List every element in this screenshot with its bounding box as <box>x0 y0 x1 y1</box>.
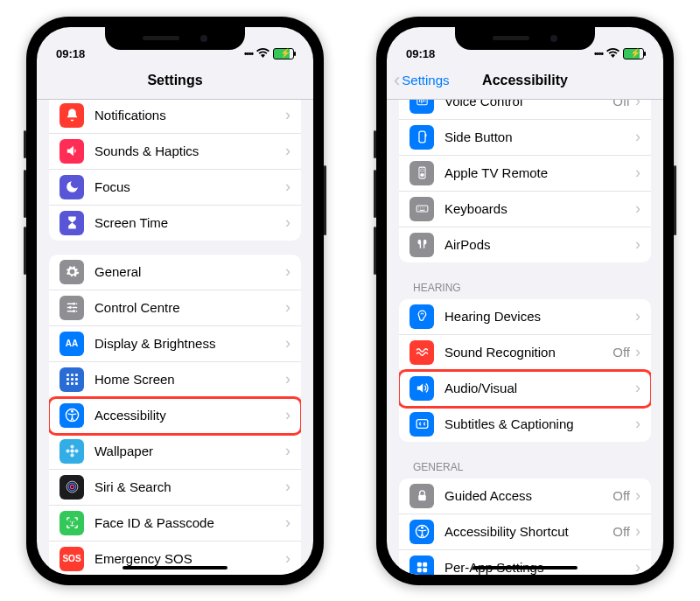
row-label: Focus <box>94 179 285 194</box>
settings-row-audio-visual[interactable]: Audio/Visual› <box>399 371 651 407</box>
settings-row-side-button[interactable]: Side Button› <box>399 120 651 156</box>
settings-row-airpods[interactable]: AirPods› <box>399 227 651 262</box>
perapp-icon <box>410 556 434 575</box>
aa-icon: AA <box>60 332 84 356</box>
svg-rect-5 <box>75 374 78 376</box>
wave-icon <box>410 340 434 365</box>
row-label: Siri & Search <box>94 479 285 494</box>
chevron-right-icon: › <box>285 549 290 568</box>
chevron-right-icon: › <box>635 128 640 146</box>
svg-rect-9 <box>66 382 69 385</box>
settings-row-per-app-settings[interactable]: Per-App Settings› <box>399 550 651 575</box>
settings-row-sounds-haptics[interactable]: Sounds & Haptics› <box>49 134 301 170</box>
chevron-right-icon: › <box>635 307 640 325</box>
phone-right: 09:18 •••• ⚡ ‹ Settings Accessibility Vo… <box>376 17 674 585</box>
row-label: Hearing Devices <box>444 309 635 324</box>
chevron-right-icon: › <box>635 199 640 218</box>
chevron-right-icon: › <box>285 406 290 424</box>
settings-row-emergency-sos[interactable]: SOSEmergency SOS› <box>49 542 301 575</box>
chevron-right-icon: › <box>635 415 640 433</box>
svg-rect-10 <box>71 382 74 385</box>
settings-row-keyboards[interactable]: Keyboards› <box>399 192 651 227</box>
nav-bar: Settings <box>37 62 313 100</box>
bell-icon <box>60 103 84 128</box>
row-label: Side Button <box>444 129 635 144</box>
svg-rect-28 <box>416 100 426 105</box>
settings-row-hearing-devices[interactable]: Hearing Devices› <box>399 299 651 335</box>
lock-icon <box>410 484 434 508</box>
chevron-right-icon: › <box>635 486 640 505</box>
settings-row-siri-search[interactable]: Siri & Search› <box>49 470 301 506</box>
row-label: Wallpaper <box>94 444 285 458</box>
settings-row-focus[interactable]: Focus› <box>49 170 301 206</box>
svg-rect-40 <box>423 563 427 567</box>
svg-point-15 <box>70 444 74 448</box>
wifi-icon <box>606 47 620 60</box>
chevron-right-icon: › <box>285 370 290 388</box>
speaker-icon <box>60 139 84 164</box>
chevron-right-icon: › <box>285 106 290 124</box>
settings-row-apple-tv-remote[interactable]: Apple TV Remote› <box>399 156 651 192</box>
svg-rect-36 <box>418 495 426 500</box>
chevron-right-icon: › <box>285 142 290 160</box>
row-label: Display & Brightness <box>94 336 285 351</box>
accessibility-list[interactable]: Voice ControlOff›Side Button›Apple TV Re… <box>387 100 663 575</box>
settings-row-notifications[interactable]: Notifications› <box>49 100 301 134</box>
section-header-general: General <box>387 456 663 479</box>
chevron-right-icon: › <box>285 262 290 281</box>
status-time: 09:18 <box>406 47 435 60</box>
svg-rect-42 <box>423 568 427 572</box>
svg-rect-30 <box>425 134 426 137</box>
home-indicator[interactable] <box>122 566 228 570</box>
settings-row-sound-recognition[interactable]: Sound RecognitionOff› <box>399 335 651 371</box>
settings-list[interactable]: Notifications›Sounds & Haptics›Focus›Scr… <box>37 100 313 575</box>
settings-row-voice-control[interactable]: Voice ControlOff› <box>399 100 651 120</box>
svg-rect-33 <box>420 173 424 177</box>
row-label: Sounds & Haptics <box>94 143 285 158</box>
settings-row-accessibility[interactable]: Accessibility› <box>49 398 301 434</box>
row-label: Voice Control <box>444 100 612 109</box>
tv-icon <box>410 161 434 185</box>
notch <box>105 27 245 50</box>
grid-icon <box>60 367 84 392</box>
sos-icon: SOS <box>60 547 84 571</box>
page-title: Settings <box>147 73 202 88</box>
row-value: Off <box>612 488 630 503</box>
settings-row-subtitles-captioning[interactable]: Subtitles & Captioning› <box>399 407 651 442</box>
settings-row-face-id-passcode[interactable]: Face ID & Passcode› <box>49 506 301 542</box>
svg-point-21 <box>70 485 74 488</box>
settings-row-display-brightness[interactable]: AADisplay & Brightness› <box>49 326 301 362</box>
svg-point-16 <box>70 453 74 457</box>
row-label: Keyboards <box>444 201 635 216</box>
settings-row-wallpaper[interactable]: Wallpaper› <box>49 434 301 470</box>
settings-row-home-screen[interactable]: Home Screen› <box>49 362 301 398</box>
row-label: AirPods <box>444 237 635 252</box>
settings-row-screen-time[interactable]: Screen Time› <box>49 206 301 241</box>
chevron-right-icon: › <box>285 478 290 496</box>
settings-row-control-centre[interactable]: Control Centre› <box>49 290 301 326</box>
chevron-right-icon: › <box>635 522 640 541</box>
svg-rect-11 <box>75 382 78 385</box>
row-value: Off <box>612 100 630 109</box>
home-indicator[interactable] <box>472 566 578 570</box>
sidebtn-icon <box>410 125 434 150</box>
siri-icon <box>60 475 84 500</box>
status-time: 09:18 <box>56 47 85 60</box>
settings-row-general[interactable]: General› <box>49 255 301 290</box>
settings-row-accessibility-shortcut[interactable]: Accessibility ShortcutOff› <box>399 514 651 550</box>
back-label: Settings <box>402 73 449 87</box>
back-button[interactable]: ‹ Settings <box>394 73 450 87</box>
chevron-right-icon: › <box>635 343 640 361</box>
airpods-icon <box>410 233 434 257</box>
faceid-icon <box>60 511 84 535</box>
wifi-icon <box>256 47 270 60</box>
chevron-right-icon: › <box>285 442 290 460</box>
flower-icon <box>60 439 84 464</box>
phone-left: 09:18 •••• ⚡ Settings Notifications›Soun… <box>26 17 324 585</box>
row-label: Accessibility <box>94 408 285 423</box>
switches-icon <box>60 296 84 320</box>
chevron-right-icon: › <box>285 298 290 317</box>
battery-icon: ⚡ <box>273 48 294 59</box>
chevron-right-icon: › <box>635 235 640 254</box>
settings-row-guided-access[interactable]: Guided AccessOff› <box>399 479 651 514</box>
